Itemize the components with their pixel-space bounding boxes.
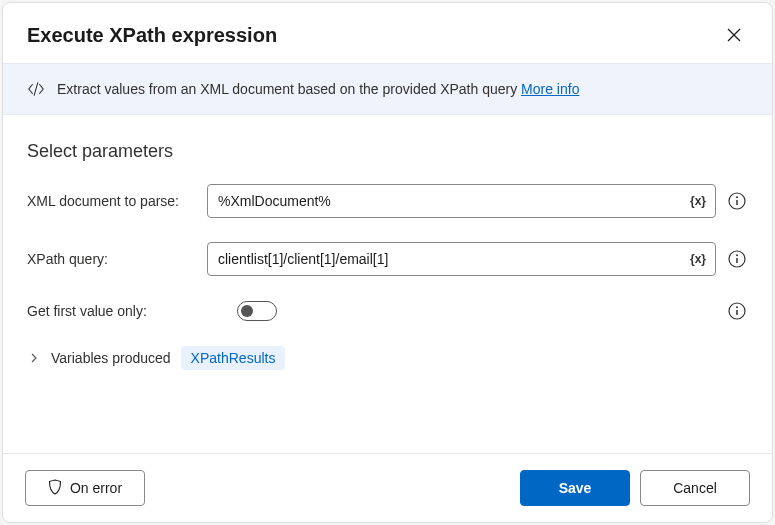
- dialog-header: Execute XPath expression: [3, 3, 772, 63]
- field-xml-document: XML document to parse: {x}: [27, 184, 748, 218]
- shield-icon: [48, 479, 62, 498]
- more-info-link[interactable]: More info: [521, 81, 579, 97]
- xpath-query-field: {x}: [207, 242, 748, 276]
- info-icon-button[interactable]: [726, 300, 748, 322]
- first-value-only-label: Get first value only:: [27, 303, 237, 319]
- chevron-right-icon: [29, 353, 39, 363]
- cancel-button[interactable]: Cancel: [640, 470, 750, 506]
- footer-right: Save Cancel: [520, 470, 750, 506]
- info-icon-button[interactable]: [726, 248, 748, 270]
- dialog-title: Execute XPath expression: [27, 24, 277, 47]
- toggle-knob: [241, 305, 253, 317]
- banner-text: Extract values from an XML document base…: [57, 81, 521, 97]
- dialog-footer: On error Save Cancel: [3, 453, 772, 522]
- dialog: Execute XPath expression Extract values …: [2, 2, 773, 523]
- info-icon-button[interactable]: [726, 190, 748, 212]
- field-first-value-only: Get first value only:: [27, 300, 748, 322]
- content: Select parameters XML document to parse:…: [3, 115, 772, 453]
- xml-document-label: XML document to parse:: [27, 193, 207, 209]
- close-button[interactable]: [720, 21, 748, 49]
- xml-document-input-wrap: {x}: [207, 184, 716, 218]
- variables-produced-label: Variables produced: [51, 350, 171, 366]
- on-error-button[interactable]: On error: [25, 470, 145, 506]
- on-error-label: On error: [70, 480, 122, 496]
- save-button[interactable]: Save: [520, 470, 630, 506]
- insert-variable-button[interactable]: {x}: [685, 188, 711, 214]
- xpath-query-input[interactable]: [208, 243, 715, 275]
- info-icon: [728, 302, 746, 320]
- code-icon: [27, 80, 45, 98]
- info-banner: Extract values from an XML document base…: [3, 63, 772, 115]
- xml-document-input[interactable]: [208, 185, 715, 217]
- field-xpath-query: XPath query: {x}: [27, 242, 748, 276]
- info-icon: [728, 250, 746, 268]
- variable-chip-xpathresults[interactable]: XPathResults: [181, 346, 286, 370]
- info-icon: [728, 192, 746, 210]
- svg-point-3: [736, 254, 738, 256]
- insert-variable-button[interactable]: {x}: [685, 246, 711, 272]
- expand-variables-button[interactable]: [27, 351, 41, 365]
- first-value-only-field: [237, 300, 748, 322]
- xml-document-field: {x}: [207, 184, 748, 218]
- close-icon: [727, 28, 741, 42]
- first-value-only-toggle[interactable]: [237, 301, 277, 321]
- svg-point-1: [736, 196, 738, 198]
- xpath-query-label: XPath query:: [27, 251, 207, 267]
- svg-point-5: [736, 306, 738, 308]
- section-title: Select parameters: [27, 141, 748, 162]
- xpath-query-input-wrap: {x}: [207, 242, 716, 276]
- banner-text-wrap: Extract values from an XML document base…: [57, 81, 579, 97]
- variables-produced-row: Variables produced XPathResults: [27, 346, 748, 370]
